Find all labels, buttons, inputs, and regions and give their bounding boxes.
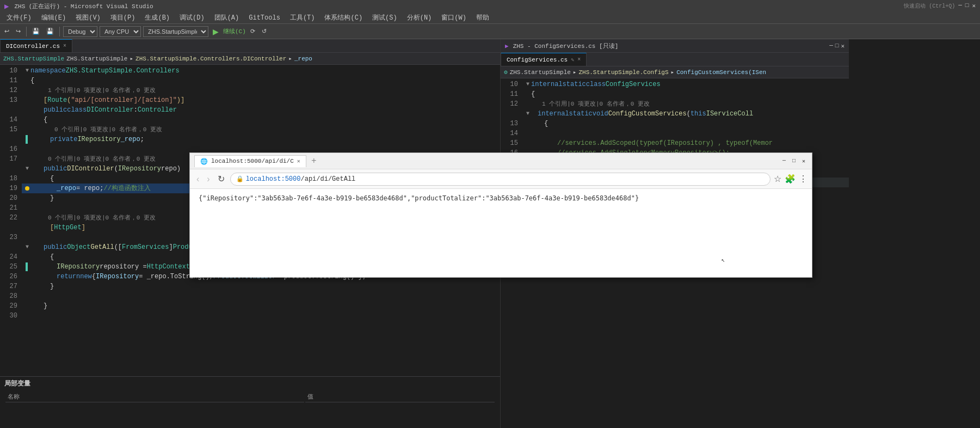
right-restore-btn[interactable]: □ — [835, 42, 839, 50]
menu-team[interactable]: 团队(A) — [210, 12, 244, 23]
locals-col-value: 值 — [305, 392, 495, 402]
platform-dropdown[interactable]: Any CPU — [100, 26, 141, 37]
close-btn[interactable]: ✕ — [972, 2, 976, 10]
code-line-30 — [22, 311, 500, 321]
browser-tab-title: localhost:5000/api/di/C — [211, 158, 294, 164]
browser-tab-icon: 🌐 — [200, 158, 208, 165]
r-code-line-15: //services.AddScoped(typeof(IRepository)… — [522, 138, 849, 148]
browser-maximize-btn[interactable]: □ — [790, 157, 798, 165]
right-sep2: ▸ — [671, 69, 675, 76]
right-window-controls[interactable]: ─ □ ✕ — [829, 42, 845, 50]
browser-url-text: localhost:5000/api/di/GetAll — [246, 175, 356, 183]
left-member-path[interactable]: _repo — [294, 56, 312, 62]
r-code-line-13: { — [522, 119, 849, 129]
code-line-10: ▼ namespace ZHS.StartupSimple.Controller… — [22, 66, 500, 76]
right-member-path[interactable]: ConfigCustomServices(ISen — [676, 69, 766, 76]
continue-label: 继续(C) — [223, 27, 246, 35]
browser-close-btn[interactable]: ✕ — [800, 157, 808, 165]
browser-new-tab-btn[interactable]: + — [310, 157, 318, 166]
toolbar-refresh[interactable]: ↺ — [260, 27, 269, 36]
locals-col-name: 名称 — [5, 392, 304, 402]
menu-window[interactable]: 窗口(W) — [437, 12, 471, 23]
read-only-indicator: ✎ — [571, 57, 574, 63]
toolbar-redo[interactable]: ↪ — [14, 27, 23, 36]
browser-bookmark-btn[interactable]: ☆ — [774, 174, 781, 184]
left-file-path-bar: ZHS.StartupSimple ZHS.StartupSimple ▸ ZH… — [0, 53, 500, 65]
minimize-btn[interactable]: ─ — [958, 2, 962, 10]
di-controller-tab-close[interactable]: × — [63, 43, 66, 49]
right-title-bar: ▶ ZHS - ConfigServices.cs [只读] ─ □ ✕ — [501, 39, 849, 53]
browser-window: 🌐 localhost:5000/api/di/C ✕ + ─ □ ✕ ‹ › … — [189, 152, 812, 278]
menu-edit[interactable]: 编辑(E) — [37, 12, 71, 23]
right-project-name[interactable]: ZHS.StartupSimple — [510, 69, 571, 76]
code-line-29: } — [22, 301, 500, 311]
separator-2 — [59, 27, 60, 36]
browser-forward-btn[interactable]: › — [205, 173, 212, 185]
browser-json-output: {"iRepository":"3ab563ab-7e6f-4a3e-b919-… — [199, 194, 639, 202]
browser-reload-btn[interactable]: ↻ — [215, 173, 227, 185]
r-code-line-10: ▼ internal static class ConfigServices — [522, 80, 849, 89]
start-project-dropdown[interactable]: ZHS.StartupSimple — [143, 26, 208, 37]
code-line-13: public class DIController : Controller — [22, 105, 500, 115]
separator-1 — [26, 27, 27, 36]
menu-bar: 文件(F) 编辑(E) 视图(V) 项目(P) 生成(B) 调试(D) 团队(A… — [0, 12, 980, 24]
menu-project[interactable]: 项目(P) — [106, 12, 140, 23]
restore-btn[interactable]: □ — [965, 2, 969, 10]
r-code-line-12-hint: 1 个引用|0 项更改|0 名作者，0 更改 — [522, 99, 849, 109]
window-controls[interactable]: 快速启动 (Ctrl+Q) ─ □ ✕ — [904, 2, 976, 10]
continue-btn[interactable]: ▶ — [211, 26, 221, 37]
config-tab-close[interactable]: × — [577, 57, 581, 63]
browser-url-bar[interactable]: 🔒 localhost:5000/api/di/GetAll — [230, 173, 771, 186]
browser-nav-bar: ‹ › ↻ 🔒 localhost:5000/api/di/GetAll ☆ 🧩… — [190, 169, 812, 189]
toolbar-step-over[interactable]: ⟳ — [248, 27, 257, 36]
menu-view[interactable]: 视图(V) — [71, 12, 105, 23]
menu-help[interactable]: 帮助 — [472, 12, 494, 23]
browser-extensions-btn[interactable]: 🧩 — [785, 174, 796, 184]
toolbar-undo[interactable]: ↩ — [2, 27, 11, 36]
config-services-tab[interactable]: ConfigServices.cs ✎ × — [501, 53, 587, 66]
code-line-15: private IRepository _repo; — [22, 134, 500, 144]
gutter-19 — [24, 186, 30, 191]
right-vs-logo: ▶ — [505, 42, 509, 50]
title-bar: ▶ ZHS (正在运行) - Microsoft Visual Studio 快… — [0, 0, 980, 12]
browser-menu-btn[interactable]: ⋮ — [799, 174, 808, 184]
browser-back-btn[interactable]: ‹ — [194, 173, 201, 185]
menu-architecture[interactable]: 体系结构(C) — [320, 12, 367, 23]
browser-window-controls[interactable]: ─ □ ✕ — [780, 157, 808, 165]
gutter-23: ▼ — [24, 242, 30, 252]
r-code-line-11: { — [522, 89, 849, 99]
browser-lock-icon: 🔒 — [236, 175, 244, 182]
toolbar-save[interactable]: 💾 — [30, 27, 42, 36]
menu-build[interactable]: 生成(B) — [140, 12, 174, 23]
browser-url-domain: localhost:5000 — [246, 175, 301, 183]
browser-content: {"iRepository":"3ab563ab-7e6f-4a3e-b919-… — [190, 189, 812, 277]
menu-tools[interactable]: 工具(T) — [286, 12, 319, 23]
browser-minimize-btn[interactable]: ─ — [780, 157, 788, 165]
menu-gittools[interactable]: GitTools — [244, 13, 285, 23]
locals-table: 名称 值 — [4, 390, 496, 403]
menu-debug[interactable]: 调试(D) — [175, 12, 209, 23]
app-title: ZHS (正在运行) - Microsoft Visual Studio — [14, 2, 153, 10]
r-gutter-12: ▼ — [525, 109, 531, 119]
toolbar-save-all[interactable]: 💾 — [44, 27, 56, 36]
right-sep1: ▸ — [573, 69, 577, 76]
right-class-path[interactable]: ZHS.StartupSimple.ConfigS — [578, 69, 668, 76]
left-class-path[interactable]: ZHS.StartupSimple.Controllers.DIControll… — [135, 56, 286, 62]
menu-test[interactable]: 测试(S) — [368, 12, 402, 23]
code-line-27: } — [22, 282, 500, 291]
left-path-sep2: ▸ — [288, 55, 292, 62]
debug-mode-dropdown[interactable]: Debug — [63, 26, 97, 37]
code-line-12-block: 1 个引用|0 项更改|0 名作者，0 更改 [Route("api/[cont… — [22, 85, 500, 105]
menu-analyze[interactable]: 分析(N) — [403, 12, 436, 23]
left-project-path[interactable]: ZHS.StartupSimple — [3, 56, 64, 62]
browser-tab-close-btn[interactable]: ✕ — [297, 158, 300, 164]
right-minimize-btn[interactable]: ─ — [829, 42, 833, 50]
browser-url-path: /api/di/GetAll — [300, 175, 355, 183]
menu-file[interactable]: 文件(F) — [2, 12, 36, 23]
right-tab-bar: ConfigServices.cs ✎ × — [501, 53, 849, 66]
code-line-28 — [22, 291, 500, 301]
right-close-btn[interactable]: ✕ — [841, 42, 845, 50]
left-project-name[interactable]: ZHS.StartupSimple — [66, 56, 127, 62]
di-controller-tab[interactable]: DIController.cs × — [0, 39, 72, 52]
browser-tab[interactable]: 🌐 localhost:5000/api/di/C ✕ — [194, 155, 306, 167]
